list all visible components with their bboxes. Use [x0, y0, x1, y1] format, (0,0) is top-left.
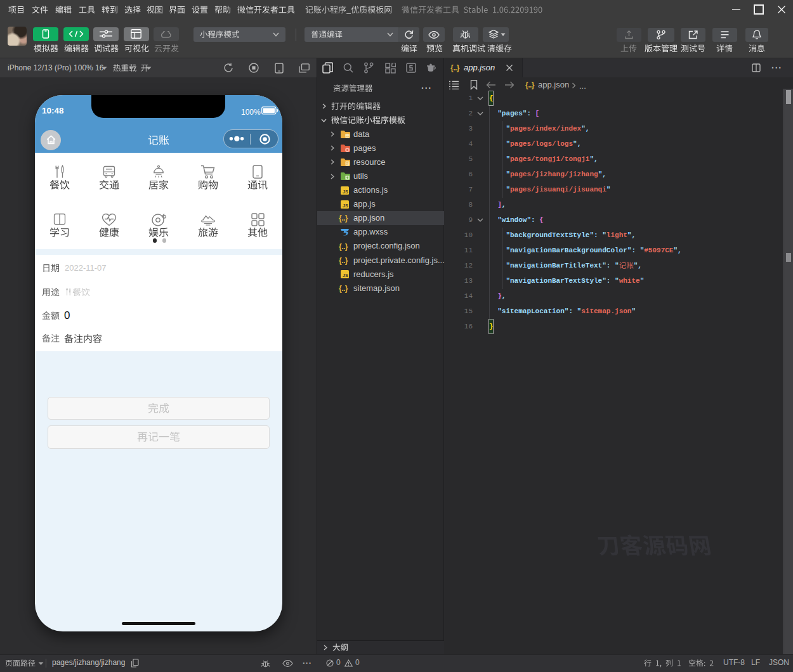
svg-text:JS: JS	[343, 189, 348, 195]
svg-text:JS: JS	[343, 203, 348, 209]
svg-text:JS: JS	[343, 273, 348, 278]
